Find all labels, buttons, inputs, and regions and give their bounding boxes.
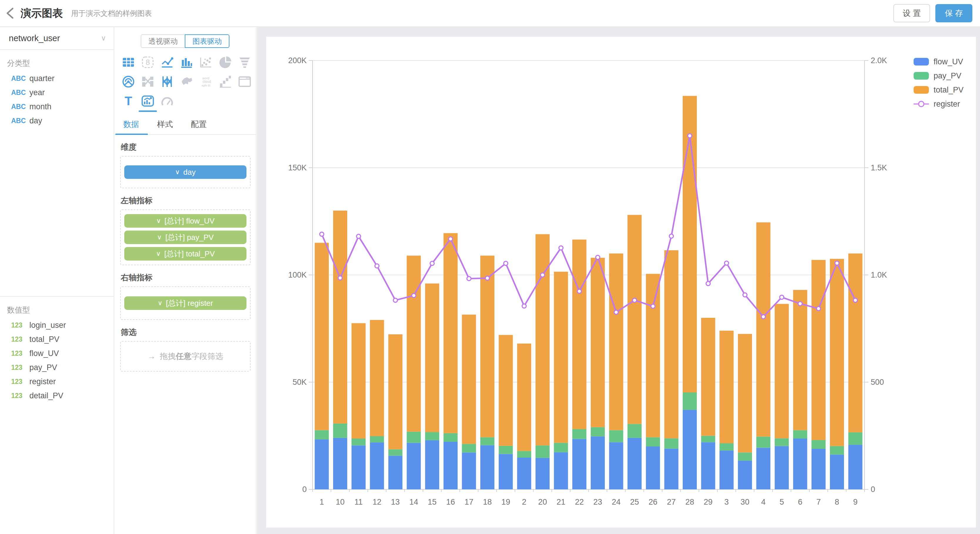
chip-label: day — [183, 168, 196, 177]
back-button[interactable] — [0, 0, 21, 27]
radar-icon[interactable] — [119, 72, 138, 91]
field-name: year — [29, 88, 45, 97]
page-subtitle: 用于演示文档的样例图表 — [71, 8, 152, 18]
field-name: pay_PV — [29, 363, 57, 372]
save-button[interactable]: 保 存 — [935, 4, 972, 22]
map-icon[interactable] — [177, 72, 196, 91]
score-card-icon[interactable]: 8 — [138, 52, 158, 72]
field-type-badge: 123 — [11, 392, 29, 400]
iframe-icon[interactable] — [235, 72, 255, 91]
gauge-icon[interactable] — [158, 91, 177, 111]
field-chip--总计-pay_PV[interactable]: ∨[总计] pay_PV — [124, 230, 247, 244]
category-field-section: 分类型 ABCquarterABCyearABCmonthABCday — [0, 50, 114, 128]
tab-style[interactable]: 样式 — [148, 116, 182, 134]
field-chip--总计-flow_UV[interactable]: ∨[总计] flow_UV — [124, 214, 247, 228]
settings-button[interactable]: 设 置 — [893, 4, 931, 22]
chart-legend: flow_UVpay_PVtotal_PVregister — [913, 58, 964, 114]
field-type-badge: 123 — [11, 335, 29, 343]
field-item-pay_PV[interactable]: 123pay_PV — [0, 361, 114, 375]
left-axis-dropzone[interactable]: ∨[总计] flow_UV∨[总计] pay_PV∨[总计] total_PV — [120, 210, 251, 265]
svg-text:21: 21 — [557, 497, 565, 506]
svg-text:0: 0 — [871, 485, 875, 494]
category-field-list: ABCquarterABCyearABCmonthABCday — [0, 72, 114, 128]
svg-text:14: 14 — [409, 497, 418, 506]
filter-dropzone[interactable]: → 拖拽任意字段筛选 — [120, 341, 251, 372]
right-axis-dropzone[interactable]: ∨[总计] register — [120, 286, 251, 320]
svg-text:24: 24 — [612, 497, 620, 506]
chevron-left-icon — [5, 7, 16, 20]
double-axis-icon[interactable] — [138, 91, 158, 111]
waterfall-icon[interactable] — [216, 72, 235, 91]
field-item-login_user[interactable]: 123login_user — [0, 318, 114, 332]
text-icon[interactable]: T — [119, 91, 138, 111]
chevron-down-icon: ∨ — [158, 299, 162, 307]
svg-text:agile BI: agile BI — [202, 84, 210, 87]
svg-text:18: 18 — [483, 497, 492, 506]
svg-text:28: 28 — [686, 497, 694, 506]
field-chip-day[interactable]: ∨day — [124, 165, 247, 179]
field-chip--总计-total_PV[interactable]: ∨[总计] total_PV — [124, 247, 247, 261]
svg-text:29: 29 — [704, 497, 713, 506]
svg-text:1: 1 — [320, 497, 324, 506]
legend-item-total_PV[interactable]: total_PV — [913, 86, 964, 94]
numeric-field-section: 数值型 123login_user123total_PV123flow_UV12… — [0, 296, 114, 403]
pie-icon[interactable] — [216, 52, 235, 72]
legend-item-pay_PV[interactable]: pay_PV — [913, 72, 964, 79]
svg-text:15: 15 — [428, 497, 436, 506]
svg-text:50K: 50K — [293, 378, 307, 386]
dimension-dropzone[interactable]: ∨day — [120, 156, 251, 188]
field-type-badge: 123 — [11, 321, 29, 329]
legend-item-register[interactable]: register — [913, 100, 964, 108]
legend-swatch — [913, 86, 929, 94]
field-item-month[interactable]: ABCmonth — [0, 100, 114, 114]
chart-drive-tab[interactable]: 图表驱动 — [185, 34, 229, 48]
drive-mode-switch: 透视驱动 图表驱动 — [114, 34, 256, 48]
field-name: day — [29, 116, 42, 126]
field-item-year[interactable]: ABCyear — [0, 86, 114, 100]
active-tab-underline — [115, 134, 148, 135]
tab-config[interactable]: 配置 — [182, 116, 216, 134]
chart-type-grid: 8wordcloudagile BIT — [114, 48, 256, 111]
table-icon[interactable] — [119, 52, 138, 72]
tab-data[interactable]: 数据 — [114, 116, 148, 134]
field-item-quarter[interactable]: ABCquarter — [0, 72, 114, 86]
field-item-detail_PV[interactable]: 123detail_PV — [0, 389, 114, 403]
field-type-badge: ABC — [11, 117, 29, 125]
legend-swatch — [913, 72, 929, 79]
parallel-icon[interactable] — [158, 72, 177, 91]
chevron-down-icon: ∨ — [156, 217, 161, 225]
chart-card: 0050K500100K1.0K150K1.5K200K2.0K11011121… — [266, 37, 976, 528]
field-item-total_PV[interactable]: 123total_PV — [0, 332, 114, 346]
right-axis-label: 右轴指标 — [114, 265, 256, 286]
pivot-drive-tab[interactable]: 透视驱动 — [141, 34, 185, 48]
chip-label: [总计] pay_PV — [165, 232, 214, 243]
sankey-icon[interactable] — [138, 72, 158, 91]
svg-text:8: 8 — [835, 497, 839, 506]
chip-label: [总计] register — [166, 298, 213, 308]
numeric-section-label: 数值型 — [0, 297, 114, 318]
scatter-icon[interactable] — [196, 52, 216, 72]
numeric-field-list: 123login_user123total_PV123flow_UV123pay… — [0, 318, 114, 403]
bar-chart-icon[interactable] — [177, 52, 196, 72]
legend-label: flow_UV — [934, 57, 963, 67]
svg-text:19: 19 — [501, 497, 510, 506]
legend-item-flow_UV[interactable]: flow_UV — [913, 58, 964, 65]
line-chart-icon[interactable] — [158, 52, 177, 72]
field-item-day[interactable]: ABCday — [0, 114, 114, 128]
dual-axis-chart[interactable]: 0050K500100K1.0K150K1.5K200K2.0K11011121… — [266, 37, 976, 528]
field-type-badge: 123 — [11, 378, 29, 386]
word-cloud-icon[interactable]: wordcloudagile BI — [196, 72, 216, 91]
field-item-register[interactable]: 123register — [0, 375, 114, 389]
dimension-label: 维度 — [114, 135, 256, 156]
field-sidebar: network_user ∨ 分类型 ABCquarterABCyearABCm… — [0, 27, 114, 534]
filter-placeholder: → 拖拽任意字段筛选 — [148, 351, 223, 362]
svg-text:9: 9 — [853, 497, 858, 506]
svg-text:200K: 200K — [288, 56, 307, 65]
svg-text:12: 12 — [372, 497, 381, 506]
funnel-icon[interactable] — [235, 52, 255, 72]
datasource-selector[interactable]: network_user ∨ — [0, 27, 114, 50]
svg-text:17: 17 — [465, 497, 473, 506]
field-item-flow_UV[interactable]: 123flow_UV — [0, 346, 114, 361]
svg-text:8: 8 — [146, 58, 150, 67]
field-chip--总计-register[interactable]: ∨[总计] register — [124, 296, 247, 310]
